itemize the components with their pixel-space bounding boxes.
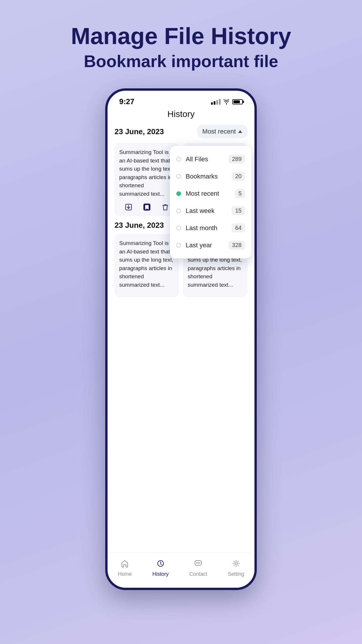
nav-setting[interactable]: Setting <box>228 558 244 577</box>
trash-icon[interactable] <box>160 202 170 212</box>
clock-icon <box>155 558 166 569</box>
phone-mockup: 9:27 History 23 June, 2023 Most recent <box>105 88 257 590</box>
dropdown-item-last-year[interactable]: Last year 328 <box>170 237 252 254</box>
bottom-nav: Home History Contact <box>108 553 254 588</box>
nav-home-label: Home <box>118 571 132 577</box>
dropdown-label-all-files: All Files <box>186 155 229 163</box>
dropdown-dot-all-files <box>176 157 181 162</box>
dropdown-count-most-recent: 5 <box>235 189 245 198</box>
dropdown-dot-last-year <box>176 243 181 248</box>
card-1-text: Summarizing Tool is an AI-based text tha… <box>119 148 174 198</box>
chevron-up-icon <box>238 130 242 133</box>
headline-block: Manage File History Bookmark important f… <box>71 23 291 71</box>
filter-btn-label: Most recent <box>202 128 236 135</box>
dropdown-label-last-month: Last month <box>186 224 232 232</box>
nav-contact-label: Contact <box>189 571 207 577</box>
dropdown-label-last-year: Last year <box>186 242 229 249</box>
dropdown-count-last-year: 328 <box>229 241 245 250</box>
dropdown-item-last-month[interactable]: Last month 64 <box>170 219 252 237</box>
screen-title: History <box>115 109 247 119</box>
nav-home[interactable]: Home <box>118 558 132 577</box>
dropdown-item-bookmarks[interactable]: Bookmarks 20 <box>170 168 252 185</box>
dropdown-label-most-recent: Most recent <box>186 190 235 197</box>
gear-icon <box>230 558 242 569</box>
status-icons <box>211 99 243 105</box>
status-time: 9:27 <box>119 97 134 106</box>
dropdown-item-most-recent[interactable]: Most recent 5 <box>170 185 252 202</box>
filter-row: 23 June, 2023 Most recent <box>115 125 247 138</box>
svg-point-6 <box>198 562 199 564</box>
nav-history-label: History <box>152 571 169 577</box>
svg-point-5 <box>196 562 197 564</box>
dropdown-dot-bookmarks <box>176 174 181 179</box>
filter-dropdown: All Files 289 Bookmarks 20 Most recent 5… <box>170 146 252 258</box>
nav-contact[interactable]: Contact <box>189 558 207 577</box>
main-title: Manage File History <box>71 23 291 49</box>
svg-point-8 <box>235 562 237 565</box>
wifi-icon <box>223 99 230 104</box>
dropdown-count-bookmarks: 20 <box>232 172 245 181</box>
card-3: Summarizing Tool is an AI-based text tha… <box>115 234 179 297</box>
card-1-actions <box>119 202 174 212</box>
battery-icon <box>232 99 243 104</box>
dropdown-count-all-files: 289 <box>229 155 245 164</box>
dropdown-dot-last-week <box>176 209 181 213</box>
date-label-1: 23 June, 2023 <box>115 127 164 136</box>
bookmark-filled-icon[interactable] <box>142 202 152 212</box>
dropdown-dot-last-month <box>176 226 181 230</box>
nav-setting-label: Setting <box>228 571 244 577</box>
signal-icon <box>211 99 221 105</box>
svg-point-7 <box>199 562 200 564</box>
dropdown-label-last-week: Last week <box>186 207 232 215</box>
screen-content: History 23 June, 2023 Most recent Summar… <box>108 109 254 565</box>
card-1: Summarizing Tool is an AI-based text tha… <box>115 143 179 216</box>
dropdown-label-bookmarks: Bookmarks <box>186 173 232 180</box>
filter-button[interactable]: Most recent <box>197 125 247 138</box>
dropdown-item-all-files[interactable]: All Files 289 <box>170 150 252 168</box>
dropdown-dot-most-recent <box>176 191 181 196</box>
dropdown-count-last-week: 15 <box>232 206 245 215</box>
download-icon[interactable] <box>124 202 133 212</box>
home-icon <box>119 558 131 569</box>
status-bar: 9:27 <box>108 91 254 109</box>
dropdown-item-last-week[interactable]: Last week 15 <box>170 202 252 219</box>
nav-history[interactable]: History <box>152 558 169 577</box>
dropdown-count-last-month: 64 <box>232 223 245 232</box>
card-3-text: Summarizing Tool is an AI-based text tha… <box>119 239 174 289</box>
chat-icon <box>192 558 204 569</box>
main-subtitle: Bookmark important file <box>71 51 291 71</box>
